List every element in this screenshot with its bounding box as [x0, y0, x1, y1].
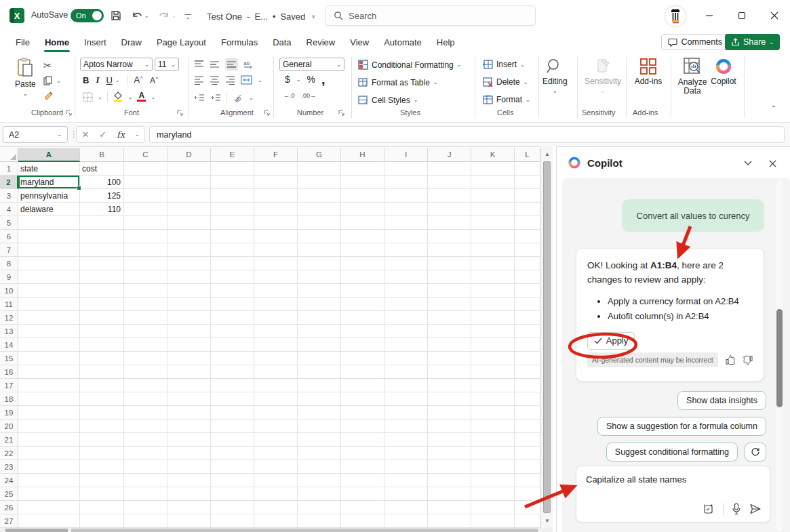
- cell-K1[interactable]: [471, 162, 515, 176]
- cell-B26[interactable]: [80, 501, 124, 514]
- decrease-indent-button[interactable]: [194, 94, 205, 102]
- cell-E19[interactable]: [211, 406, 254, 420]
- cell-J2[interactable]: [428, 176, 471, 189]
- cell-B10[interactable]: [80, 284, 124, 298]
- cell-B17[interactable]: [80, 379, 124, 392]
- cell-C24[interactable]: [124, 474, 167, 487]
- cell-L11[interactable]: [515, 298, 540, 311]
- cell-K15[interactable]: [471, 352, 515, 365]
- column-header-K[interactable]: K: [471, 148, 515, 162]
- row-header-2[interactable]: 2: [0, 176, 18, 189]
- cell-F7[interactable]: [254, 243, 298, 257]
- cell-D21[interactable]: [167, 433, 211, 447]
- cell-I15[interactable]: [384, 352, 428, 365]
- cell-H11[interactable]: [341, 298, 384, 311]
- cell-L10[interactable]: [515, 284, 540, 298]
- cell-G12[interactable]: [298, 311, 341, 325]
- cell-K4[interactable]: [471, 203, 515, 216]
- cell-J17[interactable]: [428, 379, 471, 392]
- tab-data[interactable]: Data: [265, 31, 298, 53]
- align-top-button[interactable]: [194, 60, 204, 69]
- cell-E9[interactable]: [211, 270, 254, 284]
- cell-K18[interactable]: [471, 392, 515, 406]
- cell-F26[interactable]: [254, 501, 298, 514]
- cell-H6[interactable]: [341, 230, 384, 243]
- scroll-down-icon[interactable]: ▼: [541, 514, 553, 527]
- cell-E25[interactable]: [211, 487, 254, 501]
- cell-H16[interactable]: [341, 365, 384, 379]
- cell-E15[interactable]: [211, 352, 254, 365]
- select-all-button[interactable]: [0, 148, 18, 162]
- cell-H17[interactable]: [341, 379, 384, 392]
- cell-J8[interactable]: [428, 257, 471, 270]
- scroll-up-icon[interactable]: ▲: [541, 148, 553, 160]
- row-header-5[interactable]: 5: [0, 216, 18, 230]
- cell-K16[interactable]: [471, 365, 515, 379]
- cell-E12[interactable]: [211, 311, 254, 325]
- cell-H25[interactable]: [341, 487, 384, 501]
- column-header-L[interactable]: L: [515, 148, 540, 162]
- cell-A12[interactable]: [18, 311, 80, 325]
- cell-D3[interactable]: [167, 189, 211, 203]
- cell-L7[interactable]: [515, 243, 540, 257]
- cell-A19[interactable]: [18, 406, 80, 420]
- cell-L20[interactable]: [515, 420, 540, 433]
- cell-H7[interactable]: [341, 243, 384, 257]
- cell-G13[interactable]: [298, 325, 341, 338]
- row-header-16[interactable]: 16: [0, 365, 18, 379]
- cell-C25[interactable]: [124, 487, 167, 501]
- cell-H12[interactable]: [341, 311, 384, 325]
- cell-L3[interactable]: [515, 189, 540, 203]
- cell-G20[interactable]: [298, 420, 341, 433]
- cell-C27[interactable]: [124, 514, 167, 528]
- cell-H5[interactable]: [341, 216, 384, 230]
- cell-K11[interactable]: [471, 298, 515, 311]
- cell-K22[interactable]: [471, 447, 515, 460]
- row-header-9[interactable]: 9: [0, 270, 18, 284]
- formula-input[interactable]: maryland: [149, 126, 785, 143]
- cell-H26[interactable]: [341, 501, 384, 514]
- cell-K8[interactable]: [471, 257, 515, 270]
- cell-C4[interactable]: [124, 203, 167, 216]
- cell-L4[interactable]: [515, 203, 540, 216]
- cell-B4[interactable]: 110: [80, 203, 124, 216]
- cell-C23[interactable]: [124, 460, 167, 474]
- row-header-15[interactable]: 15: [0, 352, 18, 365]
- align-bottom-button[interactable]: [225, 58, 238, 70]
- cell-A4[interactable]: delaware: [18, 203, 80, 216]
- cell-D19[interactable]: [167, 406, 211, 420]
- cell-K12[interactable]: [471, 311, 515, 325]
- cell-H20[interactable]: [341, 420, 384, 433]
- cell-C22[interactable]: [124, 447, 167, 460]
- cell-F4[interactable]: [254, 203, 298, 216]
- insert-cells-button[interactable]: Insert ⌄: [483, 60, 525, 69]
- cell-A9[interactable]: [18, 270, 80, 284]
- copilot-input[interactable]: Capitalize all state names: [576, 466, 770, 523]
- row-header-1[interactable]: 1: [0, 162, 18, 176]
- search-input[interactable]: Search: [325, 5, 536, 26]
- cell-E3[interactable]: [211, 189, 254, 203]
- row-header-6[interactable]: 6: [0, 230, 18, 243]
- horizontal-scrollbar[interactable]: [0, 528, 553, 532]
- cell-C13[interactable]: [124, 325, 167, 338]
- italic-button[interactable]: I: [96, 75, 99, 85]
- analyze-data-button[interactable]: Analyze Data: [675, 58, 710, 96]
- cell-I7[interactable]: [384, 243, 428, 257]
- cell-K23[interactable]: [471, 460, 515, 474]
- cell-H27[interactable]: [341, 514, 384, 528]
- comments-button[interactable]: Comments: [661, 34, 729, 50]
- cell-D5[interactable]: [167, 216, 211, 230]
- column-header-F[interactable]: F: [254, 148, 298, 162]
- row-header-21[interactable]: 21: [0, 433, 18, 447]
- cell-H24[interactable]: [341, 474, 384, 487]
- row-header-10[interactable]: 10: [0, 284, 18, 298]
- cell-B22[interactable]: [80, 447, 124, 460]
- cell-C7[interactable]: [124, 243, 167, 257]
- paste-button[interactable]: Paste ⌄: [15, 58, 36, 97]
- row-header-7[interactable]: 7: [0, 243, 18, 257]
- cell-E10[interactable]: [211, 284, 254, 298]
- borders-chevron-icon[interactable]: ⌄: [98, 94, 102, 100]
- tab-help[interactable]: Help: [429, 31, 462, 53]
- tab-formulas[interactable]: Formulas: [214, 31, 265, 53]
- cell-L8[interactable]: [515, 257, 540, 270]
